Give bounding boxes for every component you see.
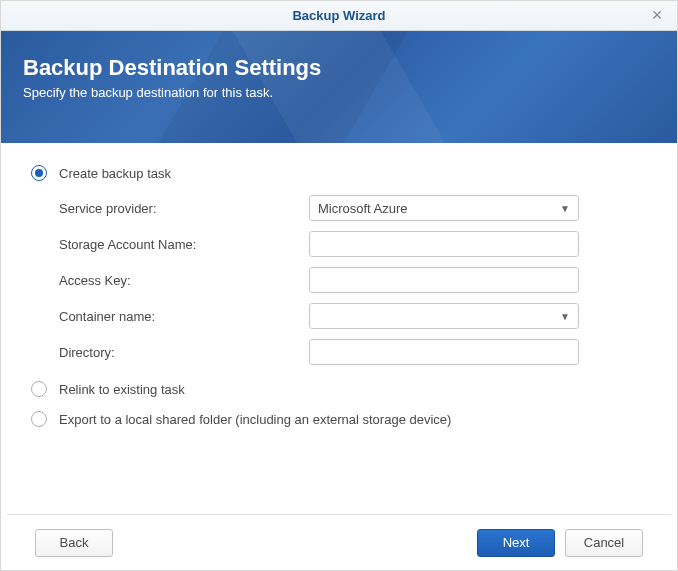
- radio-export[interactable]: [31, 411, 47, 427]
- row-access-key: Access Key:: [59, 267, 647, 293]
- window-title: Backup Wizard: [292, 8, 385, 23]
- chevron-down-icon: ▼: [560, 311, 570, 322]
- radio-relink[interactable]: [31, 381, 47, 397]
- page-title: Backup Destination Settings: [23, 55, 655, 81]
- footer: Back Next Cancel: [7, 514, 671, 570]
- header-banner: Backup Destination Settings Specify the …: [1, 31, 677, 143]
- service-provider-select[interactable]: Microsoft Azure ▼: [309, 195, 579, 221]
- access-key-input[interactable]: [309, 267, 579, 293]
- option-label: Export to a local shared folder (includi…: [59, 412, 451, 427]
- option-relink[interactable]: Relink to existing task: [31, 381, 647, 397]
- container-name-select[interactable]: ▼: [309, 303, 579, 329]
- storage-account-input[interactable]: [309, 231, 579, 257]
- radio-create-backup[interactable]: [31, 165, 47, 181]
- row-service-provider: Service provider: Microsoft Azure ▼: [59, 195, 647, 221]
- row-container-name: Container name: ▼: [59, 303, 647, 329]
- next-button[interactable]: Next: [477, 529, 555, 557]
- chevron-down-icon: ▼: [560, 203, 570, 214]
- directory-input[interactable]: [309, 339, 579, 365]
- close-icon[interactable]: ×: [647, 6, 667, 26]
- back-button[interactable]: Back: [35, 529, 113, 557]
- page-subtitle: Specify the backup destination for this …: [23, 85, 655, 100]
- label-directory: Directory:: [59, 345, 309, 360]
- label-container-name: Container name:: [59, 309, 309, 324]
- label-service-provider: Service provider:: [59, 201, 309, 216]
- cancel-button[interactable]: Cancel: [565, 529, 643, 557]
- content-area: Create backup task Service provider: Mic…: [1, 143, 677, 427]
- titlebar: Backup Wizard ×: [1, 1, 677, 31]
- create-backup-form: Service provider: Microsoft Azure ▼ Stor…: [31, 195, 647, 365]
- row-directory: Directory:: [59, 339, 647, 365]
- row-storage-account: Storage Account Name:: [59, 231, 647, 257]
- option-export[interactable]: Export to a local shared folder (includi…: [31, 411, 647, 427]
- option-label: Relink to existing task: [59, 382, 185, 397]
- service-provider-value: Microsoft Azure: [318, 201, 408, 216]
- label-access-key: Access Key:: [59, 273, 309, 288]
- label-storage-account: Storage Account Name:: [59, 237, 309, 252]
- option-label: Create backup task: [59, 166, 171, 181]
- option-create-backup[interactable]: Create backup task: [31, 165, 647, 181]
